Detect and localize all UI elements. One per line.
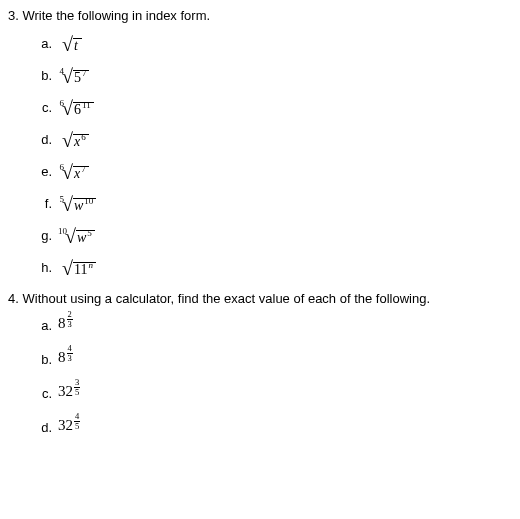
radicand-exp: 7 bbox=[81, 165, 86, 174]
radicand-exp: 6 bbox=[81, 133, 86, 142]
exp-numerator: 4 bbox=[67, 344, 73, 353]
item-label: b. bbox=[38, 353, 52, 366]
question-3: 3. Write the following in index form. a.… bbox=[8, 8, 512, 277]
radical-icon: √ bbox=[65, 226, 76, 246]
root: 6 √ 6 11 bbox=[58, 97, 94, 117]
radicand-base: w bbox=[77, 231, 86, 245]
root: 4 √ 5 7 bbox=[58, 65, 89, 85]
expression: 6 √ x 7 bbox=[58, 161, 89, 181]
radicand-base: w bbox=[74, 199, 83, 213]
radical-icon: √ bbox=[62, 162, 73, 182]
expression: √ x 6 bbox=[58, 129, 89, 149]
exp-denominator: 5 bbox=[74, 421, 80, 431]
expression: 4 √ 5 7 bbox=[58, 65, 89, 85]
radicand-base: 5 bbox=[74, 71, 81, 85]
radicand-base: x bbox=[74, 135, 80, 149]
radicand-exp: 10 bbox=[84, 197, 93, 206]
question-3-number: 3. bbox=[8, 8, 19, 23]
radical-icon: √ bbox=[62, 130, 73, 150]
question-4-number: 4. bbox=[8, 291, 19, 306]
q3-item-a: a. √ t bbox=[38, 33, 512, 53]
root: √ 11 n bbox=[58, 257, 96, 277]
power-base: 32 bbox=[58, 384, 73, 399]
radicand-exp: 7 bbox=[82, 69, 87, 78]
exp-denominator: 3 bbox=[67, 353, 73, 363]
fraction-exponent: 4 3 bbox=[67, 344, 73, 362]
radical-icon: √ bbox=[62, 66, 73, 86]
radicand-base: 6 bbox=[74, 103, 81, 117]
root: √ t bbox=[58, 33, 82, 53]
expression: 6 √ 6 11 bbox=[58, 97, 94, 117]
item-label: g. bbox=[38, 229, 52, 242]
item-label: d. bbox=[38, 133, 52, 146]
root: 10 √ w 5 bbox=[58, 225, 95, 245]
radicand-base: t bbox=[74, 39, 78, 53]
root: 5 √ w 10 bbox=[58, 193, 96, 213]
item-label: b. bbox=[38, 69, 52, 82]
radicand-exp: 5 bbox=[87, 229, 92, 238]
radicand-base: x bbox=[74, 167, 80, 181]
radicand: 5 7 bbox=[73, 70, 90, 85]
root: 6 √ x 7 bbox=[58, 161, 89, 181]
fraction-exponent: 3 5 bbox=[74, 378, 80, 396]
radicand: 11 n bbox=[73, 262, 96, 277]
exp-numerator: 3 bbox=[74, 378, 80, 387]
q3-item-b: b. 4 √ 5 7 bbox=[38, 65, 512, 85]
exp-numerator: 4 bbox=[74, 412, 80, 421]
item-label: a. bbox=[38, 319, 52, 332]
question-4-items: a. 8 2 3 b. 8 4 3 c. 32 bbox=[8, 316, 512, 436]
q3-item-c: c. 6 √ 6 11 bbox=[38, 97, 512, 117]
expression: 32 3 5 bbox=[58, 384, 80, 402]
radicand-base: 11 bbox=[74, 263, 87, 277]
radical-icon: √ bbox=[62, 194, 73, 214]
q3-item-d: d. √ x 6 bbox=[38, 129, 512, 149]
item-label: a. bbox=[38, 37, 52, 50]
question-3-text: Write the following in index form. bbox=[22, 8, 210, 23]
radical-icon: √ bbox=[62, 258, 73, 278]
expression: 10 √ w 5 bbox=[58, 225, 95, 245]
radicand-exp: 11 bbox=[82, 101, 91, 110]
expression: √ t bbox=[58, 33, 82, 53]
root: √ x 6 bbox=[58, 129, 89, 149]
radicand: t bbox=[73, 38, 82, 53]
expression: 8 2 3 bbox=[58, 316, 73, 334]
q3-item-e: e. 6 √ x 7 bbox=[38, 161, 512, 181]
q4-item-d: d. 32 4 5 bbox=[38, 418, 512, 436]
power-base: 8 bbox=[58, 350, 66, 365]
radicand-exp: n bbox=[88, 261, 93, 270]
q3-item-h: h. √ 11 n bbox=[38, 257, 512, 277]
fraction-exponent: 2 3 bbox=[67, 310, 73, 328]
question-4-text: Without using a calculator, find the exa… bbox=[22, 291, 430, 306]
power-base: 8 bbox=[58, 316, 66, 331]
radical-icon: √ bbox=[62, 34, 73, 54]
fraction-exponent: 4 5 bbox=[74, 412, 80, 430]
item-label: e. bbox=[38, 165, 52, 178]
expression: 32 4 5 bbox=[58, 418, 80, 436]
item-label: h. bbox=[38, 261, 52, 274]
q4-item-b: b. 8 4 3 bbox=[38, 350, 512, 368]
expression: 8 4 3 bbox=[58, 350, 73, 368]
expression: 5 √ w 10 bbox=[58, 193, 96, 213]
question-3-items: a. √ t b. 4 √ 5 bbox=[8, 33, 512, 277]
radical-icon: √ bbox=[62, 98, 73, 118]
radicand: 6 11 bbox=[73, 102, 94, 117]
item-label: d. bbox=[38, 421, 52, 434]
question-4: 4. Without using a calculator, find the … bbox=[8, 291, 512, 436]
q3-item-g: g. 10 √ w 5 bbox=[38, 225, 512, 245]
exp-denominator: 5 bbox=[74, 387, 80, 397]
expression: √ 11 n bbox=[58, 257, 96, 277]
exp-denominator: 3 bbox=[67, 319, 73, 329]
exp-numerator: 2 bbox=[67, 310, 73, 319]
question-3-prompt: 3. Write the following in index form. bbox=[8, 8, 512, 23]
radicand: w 10 bbox=[73, 198, 96, 213]
item-label: c. bbox=[38, 101, 52, 114]
q4-item-a: a. 8 2 3 bbox=[38, 316, 512, 334]
question-4-prompt: 4. Without using a calculator, find the … bbox=[8, 291, 512, 306]
q4-item-c: c. 32 3 5 bbox=[38, 384, 512, 402]
radicand: x 7 bbox=[73, 166, 89, 181]
item-label: f. bbox=[38, 197, 52, 210]
power-base: 32 bbox=[58, 418, 73, 433]
item-label: c. bbox=[38, 387, 52, 400]
q3-item-f: f. 5 √ w 10 bbox=[38, 193, 512, 213]
radicand: x 6 bbox=[73, 134, 89, 149]
